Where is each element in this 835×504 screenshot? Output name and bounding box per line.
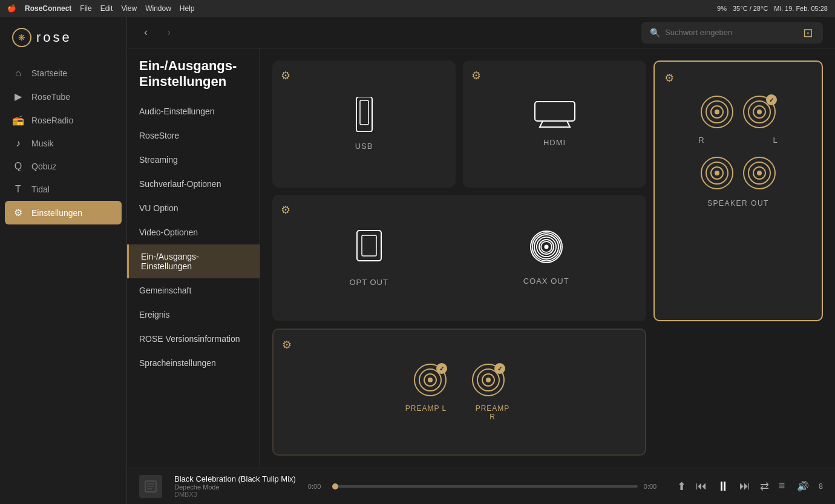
usb-card[interactable]: ⚙ USB — [272, 61, 456, 188]
sidebar-item-label-roseradio: RoseRadio — [31, 116, 73, 125]
rosetube-icon: ▶ — [12, 91, 24, 102]
opt-coax-card[interactable]: ⚙ OPT OUT — [272, 195, 646, 322]
settings-item-suchverlauf[interactable]: Suchverlauf-Optionen — [127, 172, 260, 196]
sidebar-item-einstellungen[interactable]: ⚙ Einstellungen — [5, 201, 122, 224]
next-button[interactable]: ⏭ — [739, 480, 750, 493]
play-pause-button[interactable]: ⏸ — [716, 479, 730, 494]
view-menu[interactable]: View — [121, 4, 137, 13]
hdmi-settings-icon[interactable]: ⚙ — [471, 69, 481, 82]
optcoax-settings-icon[interactable]: ⚙ — [281, 203, 290, 217]
usb-label: USB — [355, 142, 373, 151]
main-area: ‹ › 🔍 ⊡ Ein-/Ausgangs-Einstellungen Audi… — [127, 17, 835, 504]
topbar-nav: ‹ › — [139, 24, 175, 41]
settings-item-einausgang[interactable]: Ein-/Ausgangs-Einstellungen — [127, 244, 260, 278]
battery-percent: 9% — [717, 5, 727, 12]
sidebar-item-rosetube[interactable]: ▶ RoseTube — [0, 85, 126, 108]
main-content: ⚙ USB ⚙ — [260, 48, 835, 468]
opt-icon — [356, 229, 382, 264]
sidebar-item-label-home: Startseite — [31, 68, 67, 78]
search-input[interactable] — [665, 28, 798, 37]
speaker-l2-icon — [743, 157, 776, 189]
tidal-icon: T — [12, 184, 24, 195]
app-container: ❋ rose ⌂ Startseite ▶ RoseTube 📻 RoseRad… — [0, 17, 835, 504]
prev-button[interactable]: ⏮ — [696, 480, 707, 493]
help-menu[interactable]: Help — [180, 4, 195, 13]
menubar-app-name[interactable]: RoseConnect — [25, 4, 71, 13]
rose-logo-icon: ❋ — [12, 28, 31, 47]
home-icon: ⌂ — [12, 68, 24, 79]
settings-item-rose-version[interactable]: ROSE Versionsinformation — [127, 327, 260, 351]
speaker-l-label: L — [773, 136, 778, 145]
speaker-r-item — [701, 96, 733, 128]
svg-rect-4 — [362, 235, 376, 256]
content-area: Ein-/Ausgangs-Einstellungen Audio-Einste… — [127, 48, 835, 468]
opt-label: OPT OUT — [349, 278, 388, 287]
menubar-left: 🍎 RoseConnect File Edit View Window Help — [7, 4, 195, 13]
coax-item: COAX OUT — [523, 231, 569, 286]
file-menu[interactable]: File — [80, 4, 91, 13]
rose-logo-text: rose — [36, 30, 72, 45]
preamp-l-item: ✓ — [413, 363, 447, 399]
preamp-settings-icon[interactable]: ⚙ — [282, 338, 292, 352]
svg-rect-1 — [360, 100, 368, 125]
cast-button[interactable]: ⬆ — [677, 480, 686, 493]
coax-label: COAX OUT — [523, 277, 569, 286]
volume-icon[interactable]: 🔊 — [797, 480, 809, 492]
usb-icon — [355, 97, 374, 134]
speaker-l-item: ✓ — [743, 96, 776, 128]
shuffle-button[interactable]: ⇄ — [760, 480, 769, 493]
progress-thumb — [332, 483, 338, 489]
sidebar-item-qobuz[interactable]: Q Qobuz — [0, 155, 126, 178]
speaker-r-icon — [701, 96, 733, 128]
queue-button[interactable]: ≡ — [779, 480, 785, 493]
hdmi-card[interactable]: ⚙ HDMI — [463, 61, 646, 188]
svg-point-16 — [486, 378, 491, 382]
qr-icon[interactable]: ⊡ — [803, 25, 813, 40]
player-time-end: 0:00 — [644, 483, 665, 490]
speaker-settings-icon[interactable]: ⚙ — [664, 71, 674, 85]
speaker-top-grid: ✓ — [701, 96, 776, 128]
settings-item-audio[interactable]: Audio-Einstellungen — [127, 99, 260, 123]
window-menu[interactable]: Window — [145, 4, 171, 13]
edit-menu[interactable]: Edit — [100, 4, 113, 13]
forward-button[interactable]: › — [162, 24, 175, 41]
sidebar-item-roseradio[interactable]: 📻 RoseRadio — [0, 108, 126, 132]
sidebar-item-home[interactable]: ⌂ Startseite — [0, 62, 126, 85]
sidebar-item-tidal[interactable]: T Tidal — [0, 178, 126, 201]
settings-item-vu[interactable]: VU Option — [127, 196, 260, 220]
sidebar-item-musik[interactable]: ♪ Musik — [0, 132, 126, 155]
settings-item-video[interactable]: Video-Optionen — [127, 220, 260, 244]
settings-item-streaming[interactable]: Streaming — [127, 148, 260, 172]
speaker-bottom-grid — [701, 157, 776, 189]
progress-track[interactable] — [335, 485, 638, 488]
player-album: DMBX3 — [174, 491, 296, 498]
volume-number: 8 — [819, 482, 823, 491]
player-title: Black Celebration (Black Tulip Mix) — [174, 474, 296, 483]
sidebar-logo: ❋ rose — [0, 17, 126, 57]
player-extra: 🔊 8 — [797, 480, 823, 492]
preamp-card[interactable]: ⚙ ✓ — [272, 329, 646, 456]
qobuz-icon: Q — [12, 161, 24, 172]
sidebar-item-label-qobuz: Qobuz — [31, 162, 56, 171]
player-artist: Depeche Mode — [174, 483, 296, 491]
usb-settings-icon[interactable]: ⚙ — [281, 69, 290, 82]
player-info: Black Celebration (Black Tulip Mix) Depe… — [174, 474, 296, 498]
search-bar: 🔍 ⊡ — [641, 22, 823, 44]
speaker-r2-icon — [701, 157, 733, 189]
speaker-l-check: ✓ — [766, 94, 777, 105]
einstellungen-icon: ⚙ — [12, 207, 24, 218]
preamp-l-icon: ✓ — [413, 363, 447, 399]
svg-point-7 — [541, 241, 552, 252]
player-bar: Black Celebration (Black Tulip Mix) Depe… — [127, 468, 835, 504]
speaker-out-panel[interactable]: ⚙ — [653, 61, 823, 321]
settings-item-sprache[interactable]: Spracheinstellungen — [127, 351, 260, 375]
apple-menu[interactable]: 🍎 — [7, 4, 16, 13]
sidebar-item-label-rosetube: RoseTube — [31, 92, 70, 102]
preamp-r-item: ✓ — [471, 363, 505, 399]
back-button[interactable]: ‹ — [139, 24, 152, 41]
settings-item-gemeinschaft[interactable]: Gemeinschaft — [127, 278, 260, 303]
settings-item-ereignis[interactable]: Ereignis — [127, 303, 260, 327]
settings-item-rosestore[interactable]: RoseStore — [127, 123, 260, 148]
sidebar-item-label-tidal: Tidal — [31, 185, 50, 194]
svg-point-8 — [544, 244, 548, 249]
